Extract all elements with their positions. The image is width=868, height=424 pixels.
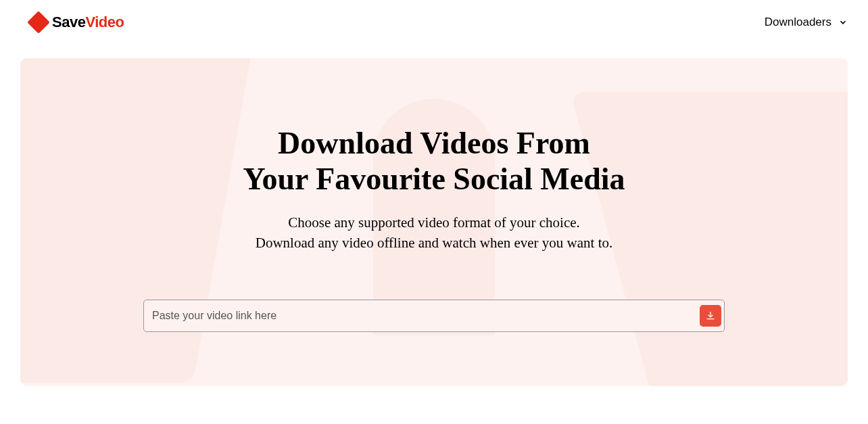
downloaders-label: Downloaders	[765, 16, 831, 29]
hero-title-line1: Download Videos From	[278, 126, 590, 160]
below-section: Your favourite Social Media is not left …	[0, 386, 868, 424]
hero-subtitle-line1: Choose any supported video format of you…	[288, 214, 580, 231]
url-input[interactable]	[147, 303, 700, 329]
logo-save-text: Save	[52, 14, 85, 30]
logo-diamond-icon	[27, 11, 50, 34]
logo[interactable]: SaveVideo	[30, 14, 124, 31]
downloaders-dropdown[interactable]: Downloaders	[765, 16, 848, 29]
download-icon	[705, 310, 716, 321]
logo-video-text: Video	[85, 14, 124, 30]
logo-text: SaveVideo	[52, 14, 124, 31]
hero-subtitle: Choose any supported video format of you…	[61, 212, 807, 254]
input-row	[61, 300, 807, 332]
hero-section: Download Videos From Your Favourite Soci…	[20, 58, 848, 386]
chevron-down-icon	[838, 18, 848, 27]
hero-title: Download Videos From Your Favourite Soci…	[61, 126, 807, 197]
hero-subtitle-line2: Download any video offline and watch whe…	[256, 235, 613, 251]
url-input-wrapper	[143, 300, 725, 332]
hero-content: Download Videos From Your Favourite Soci…	[61, 126, 807, 332]
header: SaveVideo Downloaders	[0, 0, 868, 45]
hero-title-line2: Your Favourite Social Media	[243, 162, 625, 196]
download-button[interactable]	[700, 305, 721, 327]
